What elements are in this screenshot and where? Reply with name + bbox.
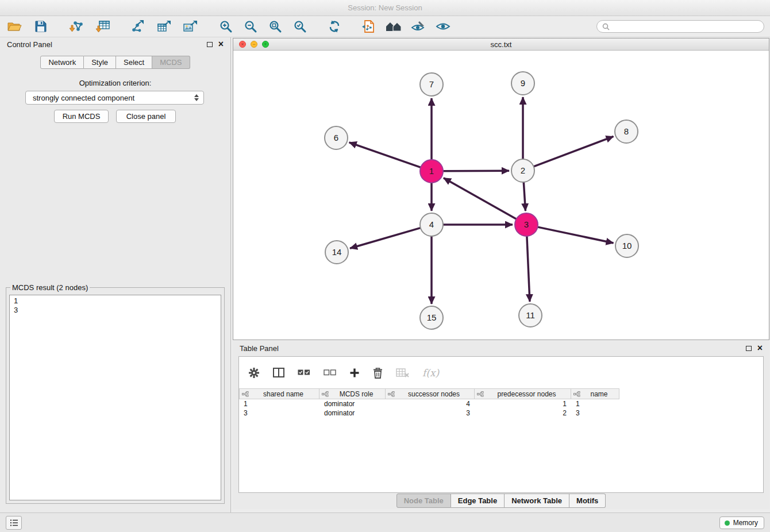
edge-3-1[interactable]	[444, 178, 517, 219]
table-row[interactable]: 1dominator411	[239, 399, 763, 408]
column-header-MCDS-role[interactable]: MCDS role	[319, 388, 386, 399]
float-control-panel-button[interactable]	[207, 42, 213, 47]
table-cell[interactable]: 3	[386, 408, 475, 418]
close-control-panel-button[interactable]: ×	[218, 40, 224, 48]
minimize-window-button[interactable]: −	[251, 41, 257, 48]
export-image-button[interactable]	[182, 18, 199, 35]
function-builder-icon: f(x)	[422, 367, 439, 379]
node-2[interactable]: 2	[511, 159, 534, 182]
close-panel-button[interactable]: Close panel	[116, 110, 176, 123]
node-1[interactable]: 1	[420, 160, 443, 183]
memory-button[interactable]: Memory	[719, 516, 764, 529]
table-cell[interactable]: 2	[475, 408, 571, 418]
import-network-button[interactable]	[68, 18, 85, 35]
svg-text:2: 2	[521, 165, 525, 175]
status-bar: Memory	[0, 512, 770, 532]
node-6[interactable]: 6	[325, 126, 348, 149]
column-header-successor-nodes[interactable]: successor nodes	[386, 388, 475, 399]
node-11[interactable]: 11	[519, 304, 542, 327]
node-10[interactable]: 10	[615, 234, 638, 257]
window-title: Session: New Session	[348, 3, 422, 12]
node-9[interactable]: 9	[511, 72, 534, 95]
tab-style[interactable]: Style	[84, 56, 116, 69]
edge-1-6[interactable]	[349, 142, 421, 167]
edge-3-11[interactable]	[527, 236, 530, 302]
open-network-file-button[interactable]	[360, 18, 378, 35]
close-window-button[interactable]: ×	[239, 41, 246, 48]
export-network-button[interactable]	[129, 18, 146, 35]
node-3[interactable]: 3	[515, 213, 538, 236]
edge-2-3[interactable]	[523, 182, 525, 211]
column-header-name[interactable]: name	[571, 388, 619, 399]
delete-columns-button[interactable]	[373, 367, 383, 379]
zoom-in-button[interactable]	[217, 18, 234, 35]
tab-network[interactable]: Network	[40, 56, 84, 69]
export-table-button[interactable]	[155, 18, 172, 35]
tab-mcds[interactable]: MCDS	[152, 56, 190, 69]
tab-motifs[interactable]: Motifs	[569, 494, 606, 508]
zoom-selected-button[interactable]	[291, 18, 309, 35]
welcome-screen-button[interactable]	[385, 18, 402, 35]
tab-node-table[interactable]: Node Table	[396, 494, 451, 508]
node-15[interactable]: 15	[420, 306, 443, 329]
column-header-predecessor-nodes[interactable]: predecessor nodes	[475, 388, 571, 399]
edge-4-14[interactable]	[350, 228, 421, 249]
column-type-icon	[573, 391, 580, 397]
task-history-button[interactable]	[6, 516, 22, 530]
toggle-graphics-details-button[interactable]	[410, 18, 427, 35]
tab-edge-table[interactable]: Edge Table	[451, 494, 505, 508]
mcds-result-list[interactable]: 13	[9, 295, 221, 500]
mcds-result-group: MCDS result (2 nodes) 13	[6, 283, 225, 504]
node-14[interactable]: 14	[325, 241, 348, 264]
edge-1-2[interactable]	[443, 171, 509, 171]
close-table-panel-button[interactable]: ×	[757, 344, 763, 352]
delete-table-icon	[396, 368, 409, 377]
table-cell[interactable]: 3	[239, 408, 319, 418]
deselect-all-columns-button[interactable]	[324, 369, 336, 376]
table-cell[interactable]: 1	[475, 399, 571, 408]
float-table-panel-button[interactable]	[746, 346, 752, 351]
import-network-icon	[69, 20, 84, 33]
table-cell[interactable]: 1	[571, 399, 619, 408]
svg-text:8: 8	[624, 126, 629, 136]
table-cell[interactable]: 3	[571, 408, 619, 418]
zoom-fit-button[interactable]	[267, 18, 284, 35]
select-all-columns-button[interactable]	[298, 369, 310, 376]
table-row[interactable]: 3dominator323	[239, 408, 763, 418]
node-8[interactable]: 8	[615, 120, 638, 143]
zoom-fit-icon	[268, 20, 282, 33]
search-input[interactable]	[613, 22, 759, 31]
save-session-button[interactable]	[32, 18, 49, 35]
table-cell[interactable]: dominator	[319, 408, 386, 418]
node-4[interactable]: 4	[420, 213, 443, 236]
edge-3-10[interactable]	[538, 227, 614, 243]
open-session-button[interactable]	[6, 18, 23, 35]
create-new-column-button[interactable]	[349, 368, 360, 378]
maximize-window-button[interactable]: +	[262, 41, 269, 48]
delete-table-button[interactable]	[396, 368, 409, 377]
split-table-view-button[interactable]	[273, 368, 284, 377]
result-item[interactable]: 1	[14, 296, 217, 306]
column-settings-button[interactable]	[248, 367, 260, 379]
search-box[interactable]	[596, 20, 764, 33]
table-cell[interactable]: 4	[386, 399, 475, 408]
zoom-out-button[interactable]	[242, 18, 259, 35]
column-header-shared-name[interactable]: shared name	[239, 388, 319, 399]
import-table-button[interactable]	[94, 18, 111, 35]
show-hide-panels-button[interactable]	[434, 18, 452, 35]
edge-2-8[interactable]	[534, 136, 614, 166]
tab-network-table[interactable]: Network Table	[505, 494, 569, 508]
refresh-view-button[interactable]	[326, 18, 343, 35]
result-item[interactable]: 3	[14, 306, 217, 315]
tab-select[interactable]: Select	[116, 56, 152, 69]
network-canvas[interactable]: 7968124314101511	[233, 51, 769, 340]
table-cell[interactable]: dominator	[319, 399, 386, 408]
function-builder-button[interactable]: f(x)	[422, 367, 439, 379]
optimization-criterion-dropdown[interactable]: strongly connected component	[25, 91, 204, 105]
table-cell[interactable]: 1	[239, 399, 319, 408]
run-mcds-button[interactable]: Run MCDS	[54, 110, 109, 123]
save-floppy-icon	[34, 20, 47, 33]
optimization-criterion-label: Optimization criterion:	[0, 79, 230, 87]
node-7[interactable]: 7	[420, 73, 443, 96]
dropdown-stepper-icon	[194, 94, 199, 101]
